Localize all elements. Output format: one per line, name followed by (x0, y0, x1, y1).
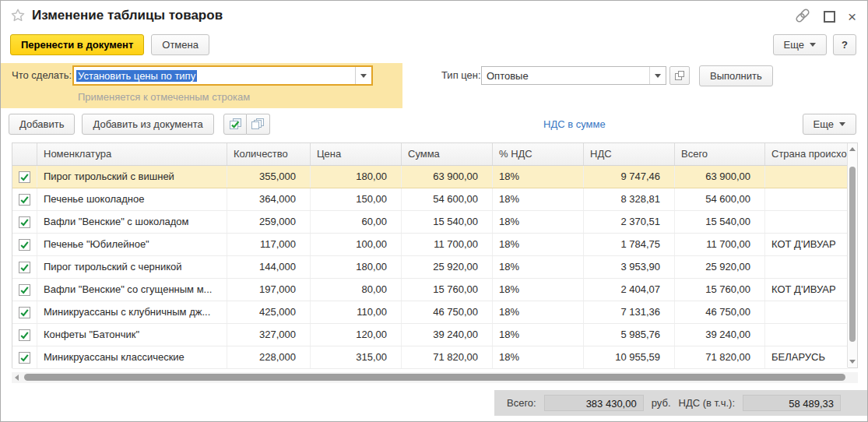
row-checkbox[interactable] (12, 166, 37, 188)
cell-vat-percent[interactable]: 18% (493, 166, 584, 188)
cell-vat-percent[interactable]: 18% (493, 211, 584, 233)
scroll-down-icon[interactable] (849, 360, 856, 364)
cell-vat-percent[interactable]: 18% (493, 279, 584, 301)
table-row[interactable]: Конфеты "Батончик"327,000120,0039 240,00… (12, 324, 848, 346)
cell-price[interactable]: 60,00 (311, 211, 402, 233)
cell-nomenclature[interactable]: Конфеты "Батончик" (37, 324, 227, 346)
cell-price[interactable]: 100,00 (311, 234, 402, 255)
cell-nomenclature[interactable]: Печенье шоколадное (37, 188, 227, 210)
row-checkbox[interactable] (12, 211, 37, 233)
cell-price[interactable]: 80,00 (311, 279, 402, 301)
cell-total[interactable]: 63 900,00 (675, 166, 765, 188)
vat-in-sum-link[interactable]: НДС в сумме (543, 118, 606, 130)
cell-country[interactable]: КОТ Д'ИВУАР (765, 234, 848, 255)
cell-vat[interactable]: 10 955,59 (584, 346, 675, 368)
column-header-6[interactable]: НДС (584, 143, 675, 165)
table-row[interactable]: Пирог тирольский с черникой144,000180,00… (12, 256, 848, 279)
more-button-top[interactable]: Еще (773, 34, 827, 55)
cell-nomenclature[interactable]: Вафли "Венские" со сгущенным м... (37, 279, 227, 301)
row-checkbox[interactable] (12, 279, 37, 301)
cell-quantity[interactable]: 327,000 (227, 324, 311, 346)
cell-vat-percent[interactable]: 18% (493, 301, 584, 323)
cell-vat[interactable]: 7 131,36 (584, 301, 675, 323)
cell-country[interactable] (765, 256, 848, 278)
cell-total[interactable]: 39 240,00 (675, 324, 765, 346)
vertical-scrollbar[interactable] (847, 143, 857, 367)
table-row[interactable]: Пирог тирольский с вишней355,000180,0063… (12, 166, 848, 188)
table-row[interactable]: Вафли "Венские" со сгущенным м...197,000… (12, 279, 848, 301)
table-row[interactable]: Вафли "Венские" с шоколадом259,00060,001… (12, 211, 848, 234)
cell-price[interactable]: 180,00 (311, 256, 402, 278)
cell-total[interactable]: 71 820,00 (675, 346, 765, 368)
cell-vat[interactable]: 2 404,07 (584, 279, 675, 301)
cell-quantity[interactable]: 425,000 (227, 301, 311, 323)
column-header-7[interactable]: Всего (675, 143, 765, 165)
cell-price[interactable]: 120,00 (311, 324, 402, 346)
action-combobox[interactable]: Установить цены по типу (72, 65, 373, 86)
cell-sum[interactable]: 25 920,00 (402, 256, 493, 278)
vertical-scroll-thumb[interactable] (849, 167, 856, 342)
cell-quantity[interactable]: 228,000 (227, 346, 311, 368)
cell-quantity[interactable]: 197,000 (227, 279, 311, 301)
cell-sum[interactable]: 15 760,00 (402, 279, 493, 301)
cell-vat[interactable]: 1 784,75 (584, 234, 675, 255)
column-header-5[interactable]: % НДС (493, 143, 584, 165)
cell-total[interactable]: 25 920,00 (675, 256, 765, 278)
column-header-4[interactable]: Сумма (402, 143, 493, 165)
uncheck-all-button[interactable] (247, 114, 270, 135)
cell-nomenclature[interactable]: Печенье "Юбилейное" (37, 234, 227, 255)
column-header-1[interactable]: Номенклатура (37, 143, 227, 165)
table-row[interactable]: Миникруассаны с клубничным дж...425,0001… (12, 301, 848, 324)
cell-total[interactable]: 15 540,00 (675, 211, 765, 233)
cell-vat-percent[interactable]: 18% (493, 256, 584, 278)
cell-price[interactable]: 110,00 (311, 301, 402, 323)
maximize-icon[interactable] (824, 11, 835, 23)
cell-quantity[interactable]: 364,000 (227, 188, 311, 210)
cell-nomenclature[interactable]: Пирог тирольский с черникой (37, 256, 227, 278)
cell-country[interactable] (765, 188, 848, 210)
cell-sum[interactable]: 11 700,00 (402, 234, 493, 255)
cell-sum[interactable]: 39 240,00 (402, 324, 493, 346)
cell-sum[interactable]: 15 540,00 (402, 211, 493, 233)
cell-vat[interactable]: 8 328,81 (584, 188, 675, 210)
cell-price[interactable]: 315,00 (311, 346, 402, 368)
cell-nomenclature[interactable]: Вафли "Венские" с шоколадом (37, 211, 227, 233)
row-checkbox[interactable] (12, 324, 37, 346)
row-checkbox[interactable] (12, 256, 37, 278)
table-row[interactable]: Миникруассаны классические228,000315,007… (12, 346, 848, 369)
cell-vat-percent[interactable]: 18% (493, 346, 584, 368)
row-checkbox[interactable] (12, 346, 37, 368)
cell-country[interactable] (765, 166, 848, 188)
choose-from-list-button[interactable] (669, 66, 690, 85)
cell-vat-percent[interactable]: 18% (493, 324, 584, 346)
cell-vat-percent[interactable]: 18% (493, 188, 584, 210)
more-button-table[interactable]: Еще (803, 114, 856, 135)
cell-nomenclature[interactable]: Пирог тирольский с вишней (37, 166, 227, 188)
star-icon[interactable] (10, 8, 26, 26)
column-header-8[interactable]: Страна происхо (765, 143, 848, 165)
cell-nomenclature[interactable]: Миникруассаны классические (37, 346, 227, 368)
horizontal-scrollbar[interactable] (12, 372, 858, 383)
check-all-button[interactable] (223, 114, 247, 135)
help-button[interactable]: ? (833, 34, 856, 55)
add-button[interactable]: Добавить (9, 114, 75, 135)
cell-sum[interactable]: 71 820,00 (402, 346, 493, 368)
link-icon[interactable] (794, 8, 811, 26)
cell-price[interactable]: 150,00 (311, 188, 402, 210)
cell-vat[interactable]: 9 747,46 (584, 166, 675, 188)
cell-country[interactable] (765, 211, 848, 233)
cell-country[interactable] (765, 301, 848, 323)
cell-quantity[interactable]: 144,000 (227, 256, 311, 278)
cell-country[interactable] (765, 324, 848, 346)
add-from-document-button[interactable]: Добавить из документа (82, 114, 213, 135)
horizontal-scroll-thumb[interactable] (24, 374, 845, 381)
cell-sum[interactable]: 63 900,00 (402, 166, 493, 188)
cell-vat[interactable]: 5 985,76 (584, 324, 675, 346)
cell-total[interactable]: 15 760,00 (675, 279, 765, 301)
cell-total[interactable]: 46 750,00 (675, 301, 765, 323)
cell-vat[interactable]: 3 953,90 (584, 256, 675, 278)
cell-vat[interactable]: 2 370,51 (584, 211, 675, 233)
action-dropdown-button[interactable] (355, 67, 371, 84)
cancel-button[interactable]: Отмена (151, 34, 209, 55)
cell-sum[interactable]: 46 750,00 (402, 301, 493, 323)
